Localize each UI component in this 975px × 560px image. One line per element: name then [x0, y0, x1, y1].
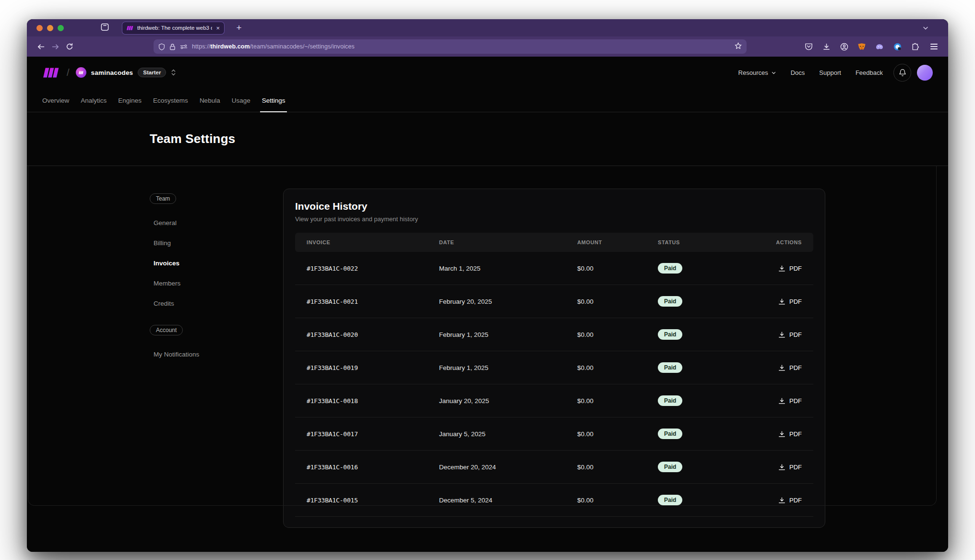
- phantom-icon[interactable]: [875, 42, 884, 51]
- firefox-view-icon[interactable]: [100, 23, 109, 34]
- thirdweb-dashboard: / saminacodes Starter ResourcesDocsSuppo…: [27, 57, 948, 552]
- download-icon: [778, 298, 785, 305]
- account-icon[interactable]: [840, 42, 848, 51]
- team-name[interactable]: saminacodes: [91, 69, 133, 76]
- menu-icon[interactable]: [930, 44, 938, 49]
- password-manager-icon[interactable]: [893, 42, 902, 51]
- status-badge: Paid: [658, 329, 682, 340]
- invoice-amount: $0.00: [577, 430, 658, 438]
- tab-close-icon[interactable]: ×: [216, 25, 220, 31]
- sidebar-item-credits[interactable]: Credits: [150, 293, 270, 313]
- tab-ecosystems[interactable]: Ecosystems: [147, 97, 194, 112]
- metamask-icon[interactable]: [857, 42, 866, 51]
- notifications-button[interactable]: [893, 64, 911, 82]
- forward-icon[interactable]: [48, 39, 62, 54]
- back-icon[interactable]: [34, 39, 48, 54]
- pocket-icon[interactable]: [804, 42, 813, 51]
- pdf-label: PDF: [789, 364, 802, 371]
- downloads-icon[interactable]: [822, 42, 831, 51]
- download-icon: [778, 364, 785, 371]
- invoice-history-card: Invoice History View your past invoices …: [283, 189, 825, 528]
- sidebar-item-invoices[interactable]: Invoices: [150, 253, 270, 273]
- status-badge: Paid: [658, 429, 682, 439]
- download-icon: [778, 430, 785, 438]
- window-zoom-button[interactable]: [58, 25, 64, 31]
- invoice-amount: $0.00: [577, 397, 658, 405]
- window-minimize-button[interactable]: [47, 25, 53, 31]
- tab-usage[interactable]: Usage: [226, 97, 256, 112]
- tab-overview[interactable]: Overview: [36, 97, 75, 112]
- url-text[interactable]: https://thirdweb.com/team/saminacodes/~/…: [192, 43, 730, 50]
- screenshot-stage: thirdweb: The complete web3 d × +: [0, 0, 975, 560]
- extensions-icon[interactable]: [911, 42, 919, 51]
- column-header-amount: Amount: [577, 239, 658, 245]
- invoice-date: February 1, 2025: [439, 364, 577, 371]
- download-pdf-button[interactable]: PDF: [778, 497, 802, 504]
- bell-icon: [899, 69, 906, 77]
- download-pdf-button[interactable]: PDF: [778, 265, 802, 272]
- browser-tab-bar: thirdweb: The complete web3 d × +: [27, 19, 948, 36]
- team-switcher-chevrons-icon[interactable]: [170, 69, 177, 76]
- status-badge: Paid: [658, 362, 682, 373]
- page-title: Team Settings: [150, 131, 825, 146]
- invoice-number: #1F33BA1C-0017: [295, 430, 439, 438]
- bookmark-star-icon[interactable]: [735, 42, 742, 51]
- sidebar-item-my-notifications[interactable]: My Notifications: [150, 344, 270, 364]
- tab-nebula[interactable]: Nebula: [194, 97, 226, 112]
- download-pdf-button[interactable]: PDF: [778, 331, 802, 338]
- invoice-number: #1F33BA1C-0021: [295, 298, 439, 305]
- team-avatar[interactable]: [76, 67, 86, 78]
- url-bar[interactable]: https://thirdweb.com/team/saminacodes/~/…: [154, 39, 747, 54]
- invoice-date: February 20, 2025: [439, 298, 577, 305]
- card-subtitle: View your past invoices and payment hist…: [295, 215, 813, 223]
- permissions-icon[interactable]: [180, 44, 188, 50]
- download-icon: [778, 265, 785, 272]
- column-header-date: Date: [439, 239, 577, 245]
- status-badge: Paid: [658, 263, 682, 274]
- window-close-button[interactable]: [36, 25, 43, 31]
- sidebar-item-members[interactable]: Members: [150, 273, 270, 293]
- download-pdf-button[interactable]: PDF: [778, 298, 802, 305]
- header-link-support[interactable]: Support: [819, 69, 841, 76]
- pdf-label: PDF: [789, 464, 802, 471]
- header-link-docs[interactable]: Docs: [791, 69, 805, 76]
- user-avatar[interactable]: [917, 65, 933, 81]
- download-icon: [778, 331, 785, 338]
- sidebar-item-general[interactable]: General: [150, 213, 270, 233]
- column-header-actions: Actions: [775, 239, 813, 245]
- pdf-label: PDF: [789, 397, 802, 405]
- tab-settings[interactable]: Settings: [256, 97, 291, 112]
- invoice-date: March 1, 2025: [439, 265, 577, 272]
- invoice-row: #1F33BA1C-0017January 5, 2025$0.00Paid P…: [295, 417, 813, 451]
- invoice-amount: $0.00: [577, 298, 658, 305]
- download-pdf-button[interactable]: PDF: [778, 364, 802, 371]
- shield-icon[interactable]: [158, 43, 165, 50]
- traffic-lights: [36, 25, 64, 31]
- reload-icon[interactable]: [62, 39, 77, 54]
- browser-tab[interactable]: thirdweb: The complete web3 d ×: [122, 22, 225, 35]
- sidebar-item-billing[interactable]: Billing: [150, 233, 270, 253]
- header-links: ResourcesDocsSupportFeedback: [738, 69, 883, 76]
- column-header-status: Status: [658, 239, 775, 245]
- download-icon: [778, 397, 785, 405]
- invoice-row: #1F33BA1C-0016December 20, 2024$0.00Paid…: [295, 451, 813, 484]
- url-scheme: https://: [192, 43, 210, 50]
- download-pdf-button[interactable]: PDF: [778, 430, 802, 438]
- header-link-resources[interactable]: Resources: [738, 69, 776, 76]
- extension-toolbar: [804, 42, 938, 51]
- new-tab-button[interactable]: +: [232, 23, 246, 33]
- download-pdf-button[interactable]: PDF: [778, 397, 802, 405]
- tab-engines[interactable]: Engines: [112, 97, 147, 112]
- download-icon: [778, 497, 785, 504]
- thirdweb-logo[interactable]: [42, 67, 60, 78]
- invoice-row: #1F33BA1C-0020February 1, 2025$0.00Paid …: [295, 318, 813, 351]
- invoice-number: #1F33BA1C-0020: [295, 331, 439, 338]
- tab-overflow-chevron-icon[interactable]: [922, 19, 929, 36]
- dashboard-header: / saminacodes Starter ResourcesDocsSuppo…: [27, 57, 948, 88]
- sidebar-group-account: Account: [150, 325, 183, 335]
- invoice-row: #1F33BA1C-0022March 1, 2025$0.00Paid PDF: [295, 252, 813, 285]
- tab-analytics[interactable]: Analytics: [75, 97, 112, 112]
- download-pdf-button[interactable]: PDF: [778, 464, 802, 471]
- header-link-feedback[interactable]: Feedback: [856, 69, 883, 76]
- lock-icon[interactable]: [169, 43, 176, 50]
